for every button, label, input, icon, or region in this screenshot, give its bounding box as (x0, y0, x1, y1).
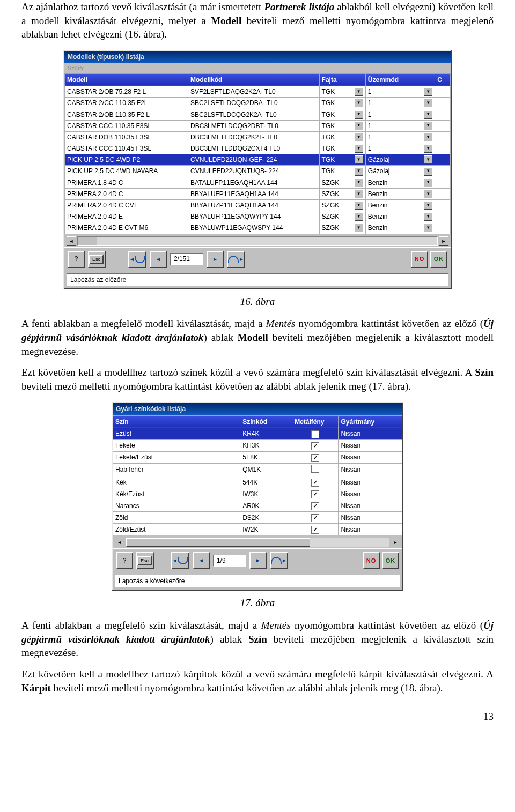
paragraph-5: Ezt követően kell a modellhez tartozó ká… (21, 667, 494, 695)
table-row[interactable]: PRIMERA 2.0 4D CBBYALUFP11EGAQH1AA 144SZ… (65, 188, 451, 199)
chevron-down-icon[interactable]: ▼ (424, 110, 432, 119)
escape-button[interactable]: Esc (88, 251, 106, 268)
table-row[interactable]: CABSTAR 2/OB 110.35 F2 LSBC2LSFTLDCQG2K2… (65, 109, 451, 120)
window-title: Gyári színkódok listája (113, 403, 402, 415)
column-header[interactable]: Üzemmód (365, 73, 435, 86)
chevron-down-icon[interactable]: ▼ (424, 122, 432, 130)
chevron-down-icon[interactable]: ▼ (424, 167, 432, 176)
paragraph-1: Az ajánlathoz tartozó vevő kiválasztását… (21, 0, 494, 41)
checkbox-icon[interactable]: ✓ (311, 454, 319, 462)
figure-16-caption: 16. ábra (21, 295, 494, 309)
escape-button[interactable]: Esc (136, 552, 154, 569)
checkbox-icon[interactable]: ✓ (311, 502, 319, 510)
scroll-left-icon[interactable]: ◄ (115, 538, 124, 547)
chevron-down-icon[interactable]: ▼ (424, 178, 432, 187)
column-header[interactable]: C (435, 73, 451, 86)
scroll-right-icon[interactable]: ► (439, 236, 448, 246)
chevron-down-icon[interactable]: ▼ (424, 190, 432, 198)
record-next-button[interactable]: ► (249, 552, 267, 569)
record-prev-button[interactable]: ◄ (150, 251, 167, 268)
chevron-down-icon[interactable]: ▼ (355, 99, 363, 107)
chevron-down-icon[interactable]: ▼ (424, 201, 432, 210)
checkbox-icon[interactable]: ✓ (311, 490, 319, 498)
ok-button[interactable]: OK (430, 251, 447, 268)
chevron-down-icon[interactable]: ▼ (424, 155, 432, 164)
horizontal-scrollbar[interactable]: ◄ ► (64, 234, 451, 247)
chevron-down-icon[interactable]: ▼ (424, 224, 432, 232)
cancel-button[interactable]: NO (363, 552, 380, 569)
table-row[interactable]: ZöldDS2K✓Nissan (113, 512, 402, 524)
table-row[interactable]: Zöld/EzüstIW2K✓Nissan (113, 524, 402, 535)
table-row[interactable]: EzüstKR4K✓Nissan (113, 428, 402, 439)
page-next-button[interactable]: ► (270, 552, 288, 569)
column-header[interactable]: Modell (65, 73, 188, 86)
figure-17-caption: 17. ábra (21, 596, 494, 610)
page-number: 13 (21, 710, 494, 724)
chevron-down-icon[interactable]: ▼ (355, 178, 363, 187)
checkbox-icon[interactable]: ✓ (311, 514, 319, 522)
help-button[interactable]: ? (116, 552, 133, 569)
page-prev-button[interactable]: ◄ (128, 251, 146, 268)
record-next-button[interactable]: ► (207, 251, 224, 268)
help-button[interactable]: ? (68, 251, 85, 268)
table-row[interactable]: Hab fehérQM1KNissan (113, 463, 402, 476)
table-row[interactable]: PRIMERA 2.0 4D E CVT M6BBYALUWP11EGAQWSP… (65, 222, 451, 234)
column-header[interactable]: Metálfény (292, 415, 339, 428)
record-prev-button[interactable]: ◄ (193, 552, 210, 569)
chevron-down-icon[interactable]: ▼ (424, 87, 432, 96)
column-header[interactable]: Szín (113, 415, 240, 428)
page-indicator: 2/151 (170, 253, 203, 265)
checkbox-icon[interactable]: ✓ (311, 479, 319, 487)
cancel-button[interactable]: NO (411, 251, 428, 268)
table-row[interactable]: Fekete/Ezüst5T8K✓Nissan (113, 451, 402, 463)
table-row[interactable]: Kék/EzüstIW3K✓Nissan (113, 488, 402, 500)
table-row[interactable]: CABSTAR DOB 110.35 F3SLDBC3LMFTLDCQG2K2T… (65, 131, 451, 143)
checkbox-icon[interactable] (311, 465, 319, 473)
table-row[interactable]: CABSTAR 2/OB 75.28 F2 LSVF2LSFTLDAQG2K2A… (65, 86, 451, 98)
page-prev-button[interactable]: ◄ (171, 552, 189, 569)
column-header[interactable]: Fajta (319, 73, 365, 86)
ok-button[interactable]: OK (382, 552, 399, 569)
table-row[interactable]: PICK UP 2.5 DC 4WD NAVARACVNULEFD22UQNTU… (65, 166, 451, 177)
chevron-down-icon[interactable]: ▼ (355, 110, 363, 119)
toolbar: ? Esc ◄ ◄ 2/151 ► ► NO OK (64, 247, 451, 271)
chevron-down-icon[interactable]: ▼ (355, 87, 363, 96)
toolbar: ? Esc ◄ ◄ 1/9 ► ► NO OK (113, 548, 402, 572)
checkbox-icon[interactable]: ✓ (311, 526, 319, 534)
table-row[interactable]: PRIMERA 2.0 4D C CVTBBYALUZP11EGAQH1AA 1… (65, 200, 451, 211)
chevron-down-icon[interactable]: ▼ (355, 133, 363, 141)
paragraph-4: A fenti ablakban a megfelelő szín kivála… (21, 619, 494, 660)
chevron-down-icon[interactable]: ▼ (355, 190, 363, 198)
scroll-left-icon[interactable]: ◄ (67, 236, 76, 246)
chevron-down-icon[interactable]: ▼ (355, 224, 363, 232)
column-header[interactable]: Színkód (240, 415, 292, 428)
chevron-down-icon[interactable]: ▼ (424, 99, 432, 107)
checkbox-icon[interactable]: ✓ (311, 430, 319, 438)
table-row[interactable]: CABSTAR CCC 110.45 F3SLDBC3LMFTLDDQG2CXT… (65, 143, 451, 154)
figure-16: Modellek (típusok) listája Szűrő: Modell… (21, 50, 494, 289)
paragraph-2: A fenti ablakban a megfelelő modell kivá… (21, 317, 494, 358)
horizontal-scrollbar[interactable]: ◄ ► (113, 535, 402, 548)
column-header[interactable]: Modellkód (188, 73, 319, 86)
chevron-down-icon[interactable]: ▼ (424, 133, 432, 141)
table-row[interactable]: PRIMERA 2.0 4D EBBYALUFP11EGAQWYPY 144SZ… (65, 211, 451, 222)
chevron-down-icon[interactable]: ▼ (355, 144, 363, 153)
table-row[interactable]: Kék544K✓Nissan (113, 476, 402, 488)
table-row[interactable]: FeketeKH3K✓Nissan (113, 439, 402, 451)
chevron-down-icon[interactable]: ▼ (355, 212, 363, 221)
chevron-down-icon[interactable]: ▼ (355, 201, 363, 210)
table-row[interactable]: NarancsAR0K✓Nissan (113, 500, 402, 512)
checkbox-icon[interactable]: ✓ (311, 442, 319, 450)
chevron-down-icon[interactable]: ▼ (424, 144, 432, 153)
scroll-right-icon[interactable]: ► (391, 538, 400, 547)
chevron-down-icon[interactable]: ▼ (355, 155, 363, 164)
chevron-down-icon[interactable]: ▼ (355, 122, 363, 130)
page-next-button[interactable]: ► (227, 251, 245, 268)
table-row[interactable]: PRIMERA 1.8 4D CBATALUFP11EGAQH1AA 144SZ… (65, 177, 451, 188)
table-row[interactable]: PICK UP 2.5 DC 4WD P2CVNULDFD22UQN-GEF- … (65, 154, 451, 166)
table-row[interactable]: CABSTAR CCC 110.35 F3SLDBC3LMFTLDCQG2DBT… (65, 120, 451, 131)
chevron-down-icon[interactable]: ▼ (424, 212, 432, 221)
column-header[interactable]: Gyártmány (339, 415, 402, 428)
table-row[interactable]: CABSTAR 2/CC 110.35 F2LSBC2LSFTLDCQG2DBA… (65, 98, 451, 109)
chevron-down-icon[interactable]: ▼ (355, 167, 363, 176)
